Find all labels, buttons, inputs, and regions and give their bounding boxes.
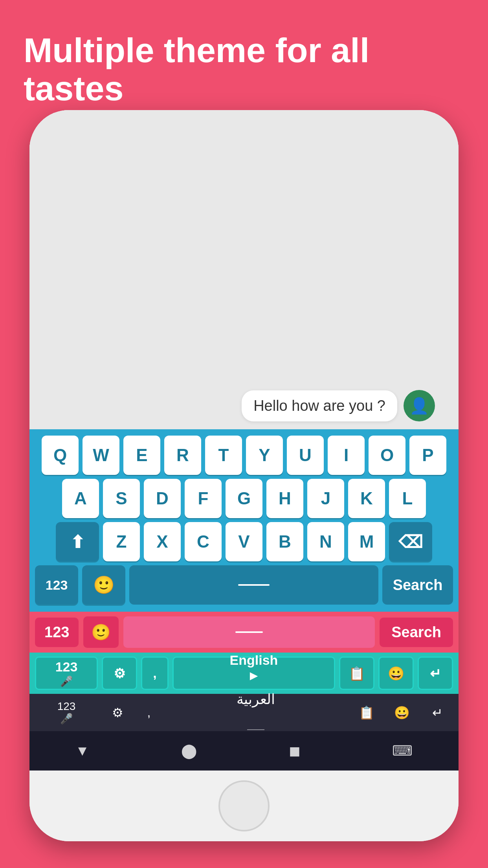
key-W[interactable]: W [83,436,119,475]
key-Q[interactable]: Q [42,436,79,475]
dark-key-clipboard[interactable]: 📋 [351,698,382,727]
key-R[interactable]: R [164,436,201,475]
key-O[interactable]: O [369,436,405,475]
teal-key-comma[interactable]: , [141,657,169,690]
key-N[interactable]: N [307,522,344,561]
key-J[interactable]: J [307,479,344,518]
key-F[interactable]: F [185,479,222,518]
teal-key-settings[interactable]: ⚙ [102,657,137,690]
key-space-pink[interactable] [123,616,375,648]
key-D[interactable]: D [144,479,181,518]
space-bar-line [238,584,270,586]
dark-key-comma[interactable]: , [137,698,161,727]
key-T[interactable]: T [205,436,242,475]
teal-key-emoji[interactable]: 😀 [378,657,414,690]
keyboard-stack: Q Q W E R T Y U I O P [29,429,459,771]
key-emoji-blue[interactable]: 🙂 [82,565,125,605]
key-Z[interactable]: Z [103,522,140,561]
dark-123-label: 123 [57,700,76,713]
key-X[interactable]: X [144,522,181,561]
key-123-blue[interactable]: 123 [35,565,78,605]
header: Multiple theme for all tastes [0,0,488,123]
key-space-blue[interactable] [129,565,378,605]
key-V[interactable]: V [226,522,262,561]
keyboard-pink-bottom: 123 🙂 Search [29,612,459,653]
teal-lang-label: English [230,653,278,668]
teal-key-clipboard[interactable]: 📋 [339,657,374,690]
key-M[interactable]: M [348,522,385,561]
key-B[interactable]: B [266,522,303,561]
key-H[interactable]: H [266,479,303,518]
key-G[interactable]: G [226,479,262,518]
chat-area: Hello how are you ? 👤 [29,110,459,429]
dark-key-emoji[interactable]: 😀 [386,698,418,727]
nav-recents-icon[interactable]: ◼ [289,743,301,759]
home-button[interactable] [218,780,270,831]
keyboard-blue: Q W E R T Y U I O P A S D F G [29,429,459,612]
dark-lang-label: العربية [237,691,275,708]
key-backspace[interactable]: ⌫ [389,522,432,561]
avatar: 👤 [404,390,435,421]
nav-back-icon[interactable]: ▼ [75,743,90,759]
key-search-pink[interactable]: Search [380,618,453,647]
navigation-bar: ▼ ⬤ ◼ ⌨ [29,731,459,771]
nav-keyboard-icon[interactable]: ⌨ [392,743,413,759]
dark-key-123[interactable]: 123 🎤 [35,698,98,727]
key-123-pink[interactable]: 123 [35,618,79,647]
key-E[interactable]: E [123,436,160,475]
page-title: Multiple theme for all tastes [24,31,464,108]
key-C[interactable]: C [185,522,222,561]
keyboard-teal: 123 🎤 ⚙ , ◄ English ► —— 📋 😀 ↵ [29,653,459,694]
keyboard-bottom-row: 123 🙂 Search [35,565,453,609]
nav-home-icon[interactable]: ⬤ [181,743,197,759]
chat-bubble: Hello how are you ? [242,390,397,421]
teal-mic-icon: 🎤 [60,675,73,688]
keyboard-row-1: Q W E R T Y U I O P [35,436,453,475]
keyboard-dark: 123 🎤 ⚙ , العربية —— 📋 😀 ↵ [29,694,459,731]
teal-key-123[interactable]: 123 🎤 [35,657,98,690]
keyboard-row-2: A S D F G H J K L [35,479,453,518]
teal-key-enter[interactable]: ↵ [418,657,453,690]
key-shift[interactable]: ⬆ [56,522,99,561]
dark-mic-icon: 🎤 [60,713,73,725]
key-search-blue[interactable]: Search [382,565,453,605]
key-L[interactable]: L [389,479,426,518]
teal-123-label: 123 [55,659,78,675]
phone-bottom [29,771,459,841]
key-S[interactable]: S [103,479,140,518]
key-A[interactable]: A [62,479,99,518]
key-emoji-pink[interactable]: 🙂 [83,616,119,648]
key-U[interactable]: U [287,436,324,475]
teal-lang-arrows-right: ► [247,668,261,683]
dark-key-settings[interactable]: ⚙ [102,698,133,727]
chat-bubble-row: Hello how are you ? 👤 [242,390,435,421]
key-I[interactable]: I [328,436,365,475]
key-Y[interactable]: Y [246,436,283,475]
dark-lang-sub: —— [247,724,264,734]
dark-key-language[interactable]: العربية —— [165,698,347,727]
phone-mockup: Hello how are you ? 👤 Q Q W E R [29,110,459,841]
dark-key-enter[interactable]: ↵ [422,698,453,727]
keyboard-row-3: ⬆ Z X C V B N M ⌫ [35,522,453,561]
phone-screen: Hello how are you ? 👤 Q Q W E R [29,110,459,771]
teal-key-language[interactable]: ◄ English ► —— [172,657,335,690]
key-K[interactable]: K [348,479,385,518]
key-P[interactable]: P [409,436,446,475]
pink-space-line [235,631,263,633]
